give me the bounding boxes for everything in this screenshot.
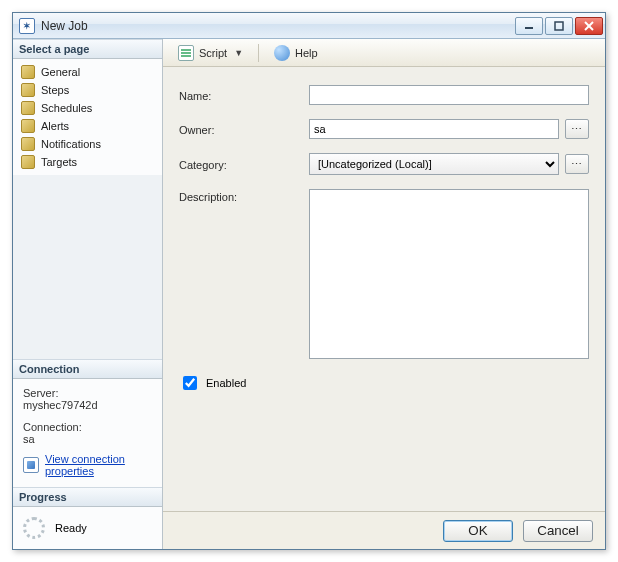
pages-header: Select a page (13, 39, 162, 59)
help-icon (274, 45, 290, 61)
connection-panel: Server: myshec79742d Connection: sa View… (13, 379, 162, 487)
close-icon (584, 21, 594, 31)
page-steps[interactable]: Steps (17, 81, 158, 99)
window-title: New Job (41, 19, 515, 33)
page-label: Targets (41, 156, 77, 168)
page-icon (21, 83, 35, 97)
help-label: Help (295, 47, 318, 59)
page-label: Alerts (41, 120, 69, 132)
page-icon (21, 137, 35, 151)
dialog-footer: OK Cancel (163, 511, 605, 549)
toolbar: Script ▼ Help (163, 39, 605, 67)
svg-rect-1 (555, 22, 563, 30)
enabled-label[interactable]: Enabled (206, 377, 246, 389)
page-alerts[interactable]: Alerts (17, 117, 158, 135)
close-button[interactable] (575, 17, 603, 35)
owner-browse-button[interactable] (565, 119, 589, 139)
description-textarea[interactable] (309, 189, 589, 359)
category-label: Category: (179, 157, 309, 171)
script-label: Script (199, 47, 227, 59)
progress-status: Ready (55, 522, 87, 534)
name-input[interactable] (309, 85, 589, 105)
description-label: Description: (179, 189, 309, 203)
chevron-down-icon: ▼ (234, 48, 243, 58)
page-label: Steps (41, 84, 69, 96)
name-label: Name: (179, 88, 309, 102)
progress-spinner-icon (23, 517, 45, 539)
category-browse-button[interactable] (565, 154, 589, 174)
minimize-button[interactable] (515, 17, 543, 35)
view-connection-properties-link[interactable]: View connection properties (45, 453, 152, 477)
progress-header: Progress (13, 487, 162, 507)
script-icon (178, 45, 194, 61)
page-icon (21, 65, 35, 79)
progress-panel: Ready (13, 507, 162, 549)
connection-value: sa (23, 433, 152, 445)
help-button[interactable]: Help (267, 42, 325, 64)
connection-label: Connection: (23, 421, 152, 433)
minimize-icon (524, 21, 534, 31)
page-icon (21, 101, 35, 115)
content-panel: Script ▼ Help Name: Owner: (163, 39, 605, 549)
owner-label: Owner: (179, 122, 309, 136)
server-value: myshec79742d (23, 399, 152, 411)
page-targets[interactable]: Targets (17, 153, 158, 171)
page-label: Schedules (41, 102, 92, 114)
category-select[interactable]: [Uncategorized (Local)] (309, 153, 559, 175)
ok-button[interactable]: OK (443, 520, 513, 542)
general-form: Name: Owner: Category: (163, 67, 605, 511)
left-panel: Select a page General Steps Schedules Al… (13, 39, 163, 549)
page-label: Notifications (41, 138, 101, 150)
connection-header: Connection (13, 359, 162, 379)
maximize-button[interactable] (545, 17, 573, 35)
cancel-button[interactable]: Cancel (523, 520, 593, 542)
page-schedules[interactable]: Schedules (17, 99, 158, 117)
app-icon: ✶ (19, 18, 35, 34)
owner-input[interactable] (309, 119, 559, 139)
window-buttons (515, 17, 603, 35)
script-dropdown[interactable]: Script ▼ (171, 42, 250, 64)
page-notifications[interactable]: Notifications (17, 135, 158, 153)
server-label: Server: (23, 387, 152, 399)
page-label: General (41, 66, 80, 78)
page-icon (21, 155, 35, 169)
title-bar: ✶ New Job (13, 13, 605, 39)
connection-props-icon (23, 457, 39, 473)
enabled-checkbox[interactable] (183, 376, 197, 390)
page-icon (21, 119, 35, 133)
page-general[interactable]: General (17, 63, 158, 81)
maximize-icon (554, 21, 564, 31)
toolbar-separator (258, 44, 259, 62)
new-job-dialog: ✶ New Job Select a page General Steps (12, 12, 606, 550)
page-list: General Steps Schedules Alerts Notificat… (17, 63, 158, 171)
